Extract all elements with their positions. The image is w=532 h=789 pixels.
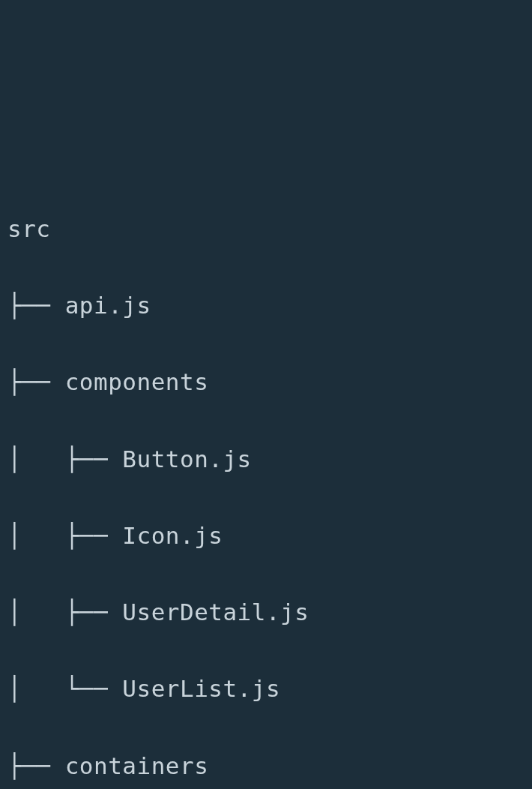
tree-root: src	[7, 210, 525, 248]
tree-dir-containers: ├── containers	[7, 747, 525, 785]
tree-dir-components: ├── components	[7, 363, 525, 401]
tree-file-icon-js: │ ├── Icon.js	[7, 517, 525, 555]
tree-file-api-js: ├── api.js	[7, 286, 525, 325]
file-tree: src ├── api.js ├── components │ ├── Butt…	[7, 172, 525, 789]
tree-file-userlist-js: │ └── UserList.js	[7, 670, 525, 708]
tree-file-userdetail-js: │ ├── UserDetail.js	[7, 593, 525, 632]
tree-file-button-js: │ ├── Button.js	[7, 440, 525, 478]
